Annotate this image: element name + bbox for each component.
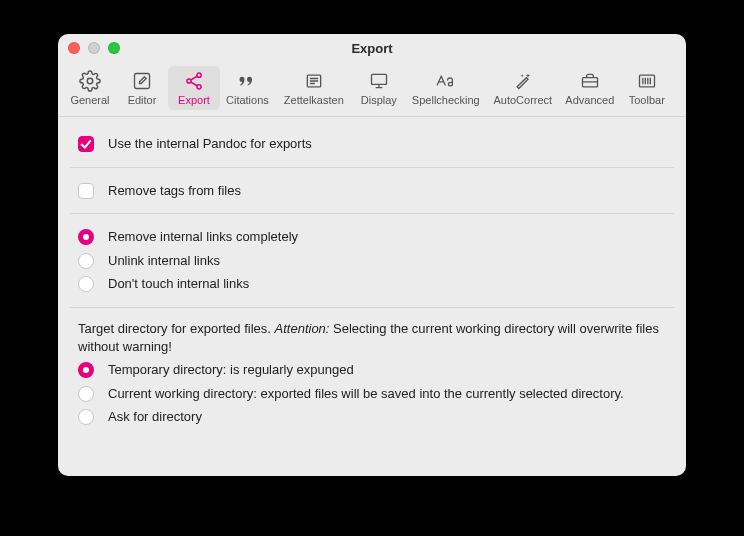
target-ask-radio[interactable]	[78, 409, 94, 425]
divider	[70, 307, 674, 308]
tab-advanced[interactable]: Advanced	[559, 66, 621, 110]
gear-icon	[78, 70, 102, 92]
desc-text: Target directory for exported files.	[78, 321, 275, 336]
svg-point-0	[87, 78, 93, 84]
tab-label: AutoCorrect	[493, 94, 552, 106]
spellcheck-icon	[434, 70, 458, 92]
option-row: Current working directory: exported file…	[58, 382, 686, 406]
window-title: Export	[351, 41, 392, 56]
quote-icon	[235, 70, 259, 92]
links-dont-touch-radio[interactable]	[78, 276, 94, 292]
svg-point-2	[197, 73, 201, 77]
share-icon	[182, 70, 206, 92]
prefs-content: Use the internal Pandoc for exports Remo…	[58, 117, 686, 476]
tab-autocorrect[interactable]: AutoCorrect	[487, 66, 559, 110]
use-internal-pandoc-checkbox[interactable]	[78, 136, 94, 152]
option-label: Remove internal links completely	[108, 228, 298, 246]
remove-tags-checkbox[interactable]	[78, 183, 94, 199]
tab-label: Citations	[226, 94, 269, 106]
tab-label: Zettelkasten	[284, 94, 344, 106]
option-label: Unlink internal links	[108, 252, 220, 270]
window-minimize-button[interactable]	[88, 42, 100, 54]
preferences-window: Export General Editor	[58, 34, 686, 476]
links-unlink-radio[interactable]	[78, 253, 94, 269]
tab-general[interactable]: General	[64, 66, 116, 110]
monitor-icon	[367, 70, 391, 92]
tab-toolbar[interactable]: Toolbar	[621, 66, 673, 110]
svg-rect-11	[371, 74, 386, 84]
option-label: Remove tags from files	[108, 182, 241, 200]
window-close-button[interactable]	[68, 42, 80, 54]
option-label: Use the internal Pandoc for exports	[108, 135, 312, 153]
option-label: Ask for directory	[108, 408, 202, 426]
tab-label: Editor	[128, 94, 157, 106]
titlebar: Export	[58, 34, 686, 62]
prefs-toolbar: General Editor Export	[58, 62, 686, 117]
option-row: Temporary directory: is regularly expung…	[58, 358, 686, 382]
edit-icon	[130, 70, 154, 92]
links-remove-radio[interactable]	[78, 229, 94, 245]
note-icon	[302, 70, 326, 92]
svg-rect-1	[135, 74, 150, 89]
target-temp-radio[interactable]	[78, 362, 94, 378]
option-row: Remove internal links completely	[58, 220, 686, 249]
tab-export[interactable]: Export	[168, 66, 220, 110]
barcode-icon	[635, 70, 659, 92]
option-row: Ask for directory	[58, 405, 686, 429]
target-dir-description: Target directory for exported files. Att…	[58, 314, 686, 358]
toolbox-icon	[578, 70, 602, 92]
svg-line-6	[191, 82, 197, 86]
svg-point-3	[187, 79, 191, 83]
tab-label: Toolbar	[629, 94, 665, 106]
tab-editor[interactable]: Editor	[116, 66, 168, 110]
option-row: Use the internal Pandoc for exports	[58, 127, 686, 161]
tab-spellchecking[interactable]: Spellchecking	[405, 66, 487, 110]
svg-line-5	[191, 76, 197, 80]
divider	[70, 213, 674, 214]
tab-citations[interactable]: Citations	[220, 66, 275, 110]
tab-label: Advanced	[565, 94, 614, 106]
option-row: Unlink internal links	[58, 249, 686, 273]
tab-label: Export	[178, 94, 210, 106]
option-row: Remove tags from files	[58, 174, 686, 208]
tab-display[interactable]: Display	[353, 66, 405, 110]
tab-zettelkasten[interactable]: Zettelkasten	[275, 66, 353, 110]
option-label: Temporary directory: is regularly expung…	[108, 361, 354, 379]
option-label: Don't touch internal links	[108, 275, 249, 293]
divider	[70, 167, 674, 168]
wand-icon	[511, 70, 535, 92]
desc-attention: Attention:	[275, 321, 330, 336]
option-label: Current working directory: exported file…	[108, 385, 624, 403]
svg-rect-16	[639, 75, 654, 87]
tab-label: Display	[361, 94, 397, 106]
svg-point-4	[197, 85, 201, 89]
option-row: Don't touch internal links	[58, 272, 686, 301]
tab-label: Spellchecking	[412, 94, 480, 106]
traffic-lights	[68, 42, 120, 54]
window-zoom-button[interactable]	[108, 42, 120, 54]
target-cwd-radio[interactable]	[78, 386, 94, 402]
tab-label: General	[70, 94, 109, 106]
